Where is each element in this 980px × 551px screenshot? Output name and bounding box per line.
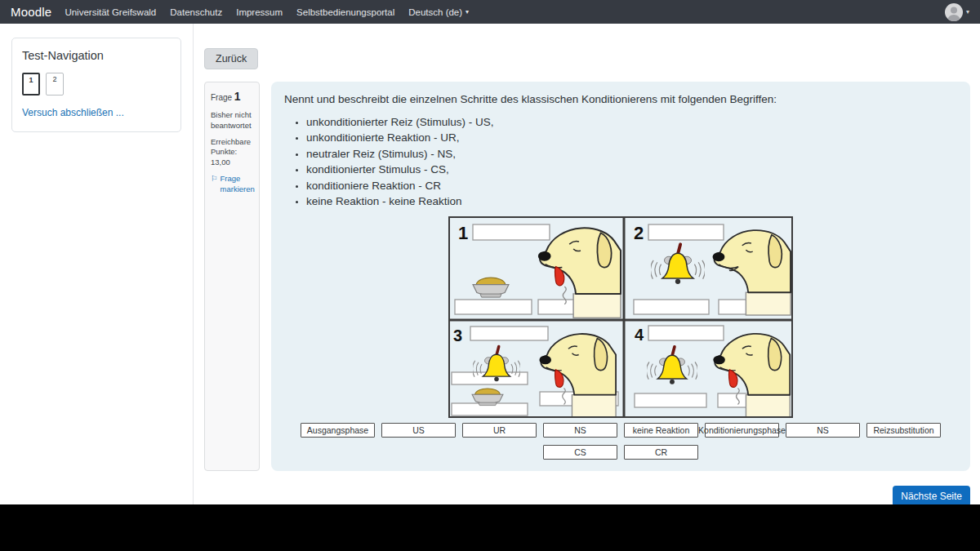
drag-label-reizsubstitution[interactable]: Reizsubstitution <box>866 423 941 438</box>
next-page-button[interactable]: Nächste Seite <box>893 486 970 507</box>
nav-item-impressum[interactable]: Impressum <box>236 7 283 17</box>
flag-question-link[interactable]: ⚐ Frage markieren <box>211 174 253 195</box>
quadrant-number: 2 <box>634 223 644 243</box>
drag-label-us[interactable]: US <box>381 423 456 438</box>
question-number: 1 <box>234 90 241 103</box>
question-row: Frage 1 Bisher nicht beantwortet Erreich… <box>204 82 970 471</box>
test-navigation-block: Test-Navigation 1 2 Versuch abschließen … <box>11 38 181 132</box>
nav-item-datenschutz[interactable]: Datenschutz <box>170 7 222 17</box>
question-label: Frage <box>211 93 232 102</box>
drag-label-ns-2[interactable]: NS <box>786 423 860 438</box>
figure-dropzone[interactable] <box>634 300 709 314</box>
quadrant-2: 2 <box>634 223 791 315</box>
term-item: keine Reaktion - keine Reaktion <box>306 193 957 210</box>
term-item: neutraler Reiz (Stimulus) - NS, <box>306 146 957 162</box>
user-avatar[interactable] <box>945 3 963 21</box>
user-menu-caret-icon[interactable]: ▾ <box>966 8 969 16</box>
term-item: konditioniere Reaktion - CR <box>306 178 957 194</box>
navbar-right: ▾ <box>945 3 969 21</box>
content-area: Test-Navigation 1 2 Versuch abschließen … <box>0 24 980 504</box>
question-panel: Nennt und beschreibt die einzelnen Schri… <box>271 82 970 471</box>
quadrant-number: 4 <box>635 326 644 344</box>
drag-label-ns[interactable]: NS <box>543 423 617 438</box>
chevron-down-icon: ▾ <box>466 8 469 16</box>
question-points: Erreichbare Punkte: 13,00 <box>211 137 253 168</box>
figure-dropzone[interactable] <box>470 327 548 340</box>
person-icon <box>945 3 963 21</box>
conditioning-figure-svg: 1 2 <box>448 216 793 418</box>
question-nav-buttons: 1 2 <box>22 73 171 96</box>
drag-label-ur[interactable]: UR <box>462 423 537 438</box>
question-info-box: Frage 1 Bisher nicht beantwortet Erreich… <box>204 82 260 471</box>
finish-attempt-link[interactable]: Versuch abschließen ... <box>22 107 171 118</box>
term-list: unkonditionierter Reiz (Stimulus) - US, … <box>284 114 957 210</box>
figure-dropzone[interactable] <box>473 224 550 240</box>
pagination-row: Nächste Seite <box>204 486 970 507</box>
language-menu[interactable]: Deutsch (de) <box>408 7 462 17</box>
term-item: konditionierter Stimulus - CS, <box>306 162 957 178</box>
test-navigation-title: Test-Navigation <box>22 49 171 62</box>
top-navbar: Moodle Universität Greifswald Datenschut… <box>0 0 980 24</box>
drag-label-ausgangsphase[interactable]: Ausgangsphase <box>301 423 375 438</box>
drag-label-keine-reaktion[interactable]: keine Reaktion <box>624 423 698 438</box>
sidebar: Test-Navigation 1 2 Versuch abschließen … <box>0 24 194 504</box>
figure-dropzone[interactable] <box>648 326 724 340</box>
figure-dropzone[interactable] <box>635 393 706 407</box>
drag-label-konditionierungsphase[interactable]: Konditionierungsphase <box>705 423 779 438</box>
flag-question-label: Frage markieren <box>220 174 255 195</box>
conditioning-figure: 1 2 <box>448 216 793 418</box>
page: Moodle Universität Greifswald Datenschut… <box>0 0 980 551</box>
question-nav-button-2[interactable]: 2 <box>46 73 64 96</box>
quadrant-4: 4 <box>635 326 790 417</box>
term-item: unkonditionierter Reiz (Stimulus) - US, <box>306 114 957 131</box>
term-item: unkonditionierte Reaktion - UR, <box>306 130 957 146</box>
bell-icon <box>650 244 705 284</box>
figure-dropzone[interactable] <box>648 224 724 240</box>
food-bowl-icon <box>473 278 509 297</box>
quadrant-1: 1 <box>455 223 621 318</box>
question-prompt: Nennt und beschreibt die einzelnen Schri… <box>284 92 957 107</box>
drag-labels: Ausgangsphase US UR NS keine Reaktion Ko… <box>301 423 941 460</box>
back-button[interactable]: Zurück <box>204 48 258 69</box>
quadrant-3: 3 <box>452 327 618 417</box>
nav-item-selbstbedienungsportal[interactable]: Selbstbedienungsportal <box>296 7 394 17</box>
flag-icon: ⚐ <box>211 174 218 195</box>
bell-icon <box>646 346 697 384</box>
quadrant-number: 1 <box>458 223 468 243</box>
drag-label-cs[interactable]: CS <box>543 445 617 460</box>
footer-black-bar <box>0 504 980 551</box>
main-area: Zurück Frage 1 Bisher nicht beantwortet … <box>194 24 980 504</box>
moodle-logo[interactable]: Moodle <box>11 5 51 19</box>
quadrant-number: 3 <box>453 327 462 344</box>
question-status: Bisher nicht beantwortet <box>211 110 253 131</box>
question-nav-button-1[interactable]: 1 <box>22 73 40 96</box>
figure-dropzone[interactable] <box>455 300 532 314</box>
drag-label-cr[interactable]: CR <box>624 445 698 460</box>
nav-item-university[interactable]: Universität Greifswald <box>65 7 156 17</box>
question-number-line: Frage 1 <box>211 89 253 104</box>
